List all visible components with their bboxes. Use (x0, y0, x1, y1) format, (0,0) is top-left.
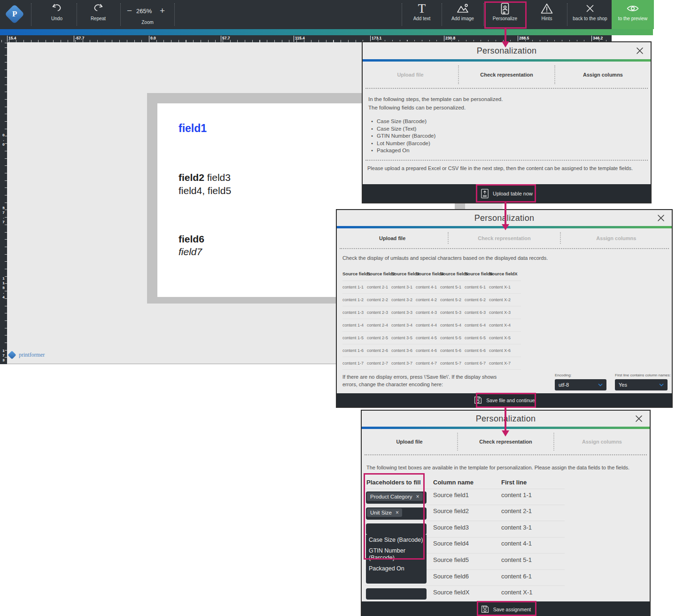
close-icon[interactable] (635, 414, 643, 423)
table-row: content 1-1 content 2-1 content 3-1 cont… (342, 281, 521, 294)
column-header: Source field2 (367, 271, 391, 276)
template-field7[interactable]: field7 (179, 246, 202, 257)
tab-assign-columns[interactable]: Assign columns (561, 228, 672, 248)
list-item: Lot Number (Barcode) (369, 140, 435, 148)
table-row: content 1-7 content 2-7 content 3-7 cont… (342, 357, 521, 370)
annotation-arrow-line (505, 407, 506, 431)
table-cell: content 1-6 (342, 348, 367, 353)
header-column-name: Column name (433, 479, 474, 486)
zoom-out-button[interactable]: − (127, 7, 132, 15)
back-to-shop-button[interactable]: back to the shop (568, 0, 612, 29)
upload-table-now-button[interactable]: Upload table now (481, 188, 533, 199)
personalizable-fields-list: Case Size (Barcode)Case Size (Text)GTIN … (369, 118, 435, 155)
encoding-select[interactable]: utf-8 (555, 379, 606, 390)
table-cell: content 2-3 (367, 310, 391, 315)
tab-assign-columns[interactable]: Assign columns (555, 62, 651, 88)
list-item: Case Size (Barcode) (369, 118, 435, 125)
tab-check-representation[interactable]: Check representation (459, 62, 554, 88)
template-field3[interactable]: field3 (207, 172, 231, 183)
template-field6[interactable]: field6 (179, 234, 204, 245)
dialog-footer: Save assignment (362, 601, 650, 616)
source-field-name: Source field5 (433, 556, 469, 563)
dropdown-option[interactable]: Packaged On (366, 563, 427, 574)
template-field1[interactable]: field1 (179, 122, 207, 135)
save-assignment-button[interactable]: Save assignment (481, 605, 531, 614)
printformer-wordmark: printformer (9, 351, 45, 359)
table-cell: content X-4 (489, 323, 513, 327)
remove-icon[interactable]: × (416, 493, 419, 500)
placeholder-input-fieldX[interactable] (366, 588, 427, 600)
table-cell: content 6-5 (465, 335, 489, 340)
tab-assign-columns[interactable]: Assign columns (554, 429, 650, 454)
upload-table-now-label: Upload table now (493, 191, 533, 196)
zoom-in-button[interactable]: + (160, 7, 165, 15)
column-header: Source field5 (440, 271, 465, 276)
personalize-button[interactable]: Personalize (485, 0, 525, 29)
table-cell: content 3-2 (391, 297, 416, 302)
to-preview-button[interactable]: to the preview (612, 0, 654, 29)
table-cell: content 3-7 (391, 361, 416, 366)
add-text-button[interactable]: T Add text (403, 0, 441, 29)
save-file-continue-button[interactable]: Save file and continue (474, 396, 535, 405)
undo-button[interactable]: Undo (39, 0, 74, 29)
dialog-footer: Upload table now (363, 184, 651, 203)
template-field2[interactable]: field2 (179, 172, 204, 183)
table-cell: content 3-6 (391, 348, 416, 353)
table-row: content 1-6 content 2-6 content 3-6 cont… (342, 344, 521, 357)
tab-check-representation[interactable]: Check representation (449, 228, 559, 248)
repeat-button[interactable]: Repeat (80, 0, 116, 29)
dropdown-options: Case Size (Barcode)GTIN Number (Barcode)… (366, 535, 427, 574)
table-cell: content 6-7 (465, 361, 489, 366)
add-image-button[interactable]: Add image (443, 0, 482, 29)
table-cell: content 1-3 (342, 310, 367, 315)
personalization-dialog-step2: Personalization Upload file Check repres… (336, 209, 673, 408)
table-cell: content X-6 (489, 348, 513, 353)
ruler-label: 115.4 (0, 276, 6, 300)
firstline-select[interactable]: Yes (615, 379, 668, 390)
zoom-in-icon: + (160, 6, 165, 16)
table-cell: content 5-6 (440, 348, 465, 353)
upload-table-icon (481, 188, 489, 199)
placeholder-input-field2[interactable]: Unit Size × (366, 507, 427, 520)
tab-upload-file[interactable]: Upload file (363, 62, 458, 88)
table-cell: content 5-5 (440, 335, 465, 340)
chevron-down-icon (659, 383, 664, 386)
table-cell: content 1-7 (342, 361, 367, 366)
remove-icon[interactable]: × (396, 509, 399, 516)
table-cell: content 3-5 (391, 335, 416, 340)
toolbar-divider (77, 3, 77, 26)
tab-upload-file[interactable]: Upload file (337, 228, 448, 248)
dropdown-option[interactable]: Case Size (Barcode) (366, 535, 427, 546)
tab-upload-file[interactable]: Upload file (362, 429, 457, 454)
table-cell: content 2-2 (367, 297, 391, 302)
eye-icon (626, 0, 640, 17)
dotted-divider (365, 454, 647, 455)
dropdown-option[interactable]: GTIN Number (Barcode) (366, 546, 427, 563)
list-item: GTIN Number (Barcode) (369, 133, 435, 140)
table-cell: content 4-6 (416, 348, 440, 353)
table-cell: content 2-1 (367, 285, 391, 289)
encoding-footnote: If there are no display errors, press \'… (342, 374, 508, 389)
placeholder-input-field3[interactable] (366, 523, 427, 535)
personalize-icon (500, 0, 510, 17)
hints-button[interactable]: Hints (528, 0, 566, 29)
close-icon[interactable] (636, 47, 644, 55)
source-field-name: Source field1 (433, 491, 469, 499)
to-preview-label: to the preview (618, 16, 647, 21)
first-line-value: content 4-1 (501, 540, 532, 547)
zoom-control: − 265% + Zoom (124, 0, 171, 29)
toolbar-divider (567, 3, 567, 26)
placeholder-input-field1[interactable]: Product Category × (366, 491, 427, 504)
table-cell: content 5-4 (440, 323, 465, 327)
template-field4-5[interactable]: field4, field5 (179, 185, 231, 196)
table-cell: content 2-6 (367, 348, 391, 353)
save-icon (474, 396, 482, 405)
ruler-label: -57.7 (74, 36, 84, 42)
back-to-shop-label: back to the shop (573, 16, 607, 21)
placeholder-dropdown: Case Size (Barcode)GTIN Number (Barcode)… (366, 535, 427, 574)
toolbar-divider (120, 3, 121, 26)
template-field2-3[interactable]: field2 field3 (179, 172, 231, 183)
close-icon[interactable] (657, 214, 665, 222)
printformer-logo-icon[interactable]: P (8, 6, 22, 23)
table-cell: content X-2 (489, 297, 513, 302)
